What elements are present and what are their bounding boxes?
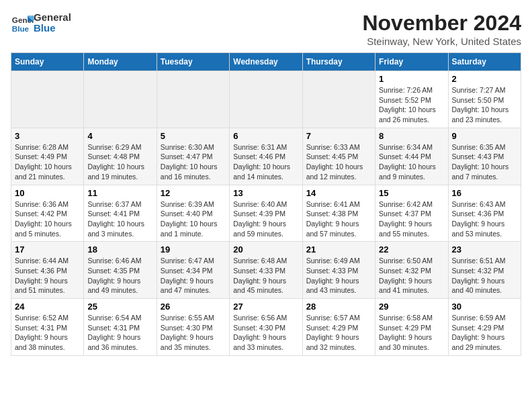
calendar-cell: 1Sunrise: 7:26 AM Sunset: 5:52 PM Daylig… [375,71,448,128]
cell-info: Sunrise: 6:57 AM Sunset: 4:29 PM Dayligh… [306,313,371,353]
date-number: 11 [87,188,152,198]
weekday-header-tuesday: Tuesday [157,53,229,71]
date-number: 10 [15,188,80,198]
cell-info: Sunrise: 7:27 AM Sunset: 5:50 PM Dayligh… [452,85,517,125]
calendar-cell: 13Sunrise: 6:40 AM Sunset: 4:39 PM Dayli… [230,185,302,242]
date-number: 16 [452,188,517,198]
weekday-header-sunday: Sunday [11,53,84,71]
date-number: 14 [306,188,371,198]
date-number: 15 [379,188,444,198]
calendar-cell: 10Sunrise: 6:36 AM Sunset: 4:42 PM Dayli… [11,185,84,242]
calendar-cell: 16Sunrise: 6:43 AM Sunset: 4:36 PM Dayli… [448,185,521,242]
cell-info: Sunrise: 6:36 AM Sunset: 4:42 PM Dayligh… [15,199,80,239]
calendar-cell: 7Sunrise: 6:33 AM Sunset: 4:45 PM Daylig… [302,128,375,185]
cell-info: Sunrise: 6:29 AM Sunset: 4:48 PM Dayligh… [87,142,152,182]
date-number: 29 [379,302,444,312]
calendar-cell: 5Sunrise: 6:30 AM Sunset: 4:47 PM Daylig… [157,128,229,185]
header: General Blue General Blue November 2024 … [11,11,521,47]
calendar-cell: 4Sunrise: 6:29 AM Sunset: 4:48 PM Daylig… [84,128,157,185]
logo-general: General [34,12,71,24]
weekday-header-saturday: Saturday [448,53,521,71]
calendar-cell: 29Sunrise: 6:58 AM Sunset: 4:29 PM Dayli… [375,299,448,356]
logo: General Blue General Blue [11,11,71,35]
calendar-table: SundayMondayTuesdayWednesdayThursdayFrid… [11,52,521,356]
calendar-cell: 12Sunrise: 6:39 AM Sunset: 4:40 PM Dayli… [157,185,229,242]
calendar-cell: 17Sunrise: 6:44 AM Sunset: 4:36 PM Dayli… [11,242,84,299]
calendar-cell [302,71,375,128]
date-number: 30 [452,302,517,312]
cell-info: Sunrise: 6:44 AM Sunset: 4:36 PM Dayligh… [15,256,80,295]
calendar-cell: 22Sunrise: 6:50 AM Sunset: 4:32 PM Dayli… [375,242,448,299]
date-number: 1 [379,74,444,84]
calendar-cell: 11Sunrise: 6:37 AM Sunset: 4:41 PM Dayli… [84,185,157,242]
cell-info: Sunrise: 6:43 AM Sunset: 4:36 PM Dayligh… [452,199,517,239]
calendar-title: November 2024 [362,11,521,36]
date-number: 24 [15,302,80,312]
calendar-cell: 18Sunrise: 6:46 AM Sunset: 4:35 PM Dayli… [84,242,157,299]
cell-info: Sunrise: 6:52 AM Sunset: 4:31 PM Dayligh… [15,313,80,353]
date-number: 3 [15,131,80,141]
calendar-cell: 25Sunrise: 6:54 AM Sunset: 4:31 PM Dayli… [84,299,157,356]
cell-info: Sunrise: 6:48 AM Sunset: 4:33 PM Dayligh… [233,256,298,295]
calendar-cell: 8Sunrise: 6:34 AM Sunset: 4:44 PM Daylig… [375,128,448,185]
cell-info: Sunrise: 6:41 AM Sunset: 4:38 PM Dayligh… [306,199,371,239]
date-number: 21 [306,244,371,255]
date-number: 20 [233,244,298,255]
cell-info: Sunrise: 6:33 AM Sunset: 4:45 PM Dayligh… [306,142,371,182]
cell-info: Sunrise: 6:54 AM Sunset: 4:31 PM Dayligh… [87,313,152,353]
calendar-cell: 14Sunrise: 6:41 AM Sunset: 4:38 PM Dayli… [302,185,375,242]
date-number: 25 [87,302,152,312]
calendar-cell: 30Sunrise: 6:59 AM Sunset: 4:29 PM Dayli… [448,299,521,356]
calendar-cell: 6Sunrise: 6:31 AM Sunset: 4:46 PM Daylig… [230,128,302,185]
cell-info: Sunrise: 6:58 AM Sunset: 4:29 PM Dayligh… [379,313,444,353]
date-number: 23 [452,244,517,255]
calendar-cell: 24Sunrise: 6:52 AM Sunset: 4:31 PM Dayli… [11,299,84,356]
calendar-cell: 3Sunrise: 6:28 AM Sunset: 4:49 PM Daylig… [11,128,84,185]
calendar-cell: 20Sunrise: 6:48 AM Sunset: 4:33 PM Dayli… [230,242,302,299]
cell-info: Sunrise: 6:59 AM Sunset: 4:29 PM Dayligh… [452,313,517,353]
date-number: 6 [233,131,298,141]
date-number: 28 [306,302,371,312]
calendar-cell [230,71,302,128]
cell-info: Sunrise: 7:26 AM Sunset: 5:52 PM Dayligh… [379,85,444,125]
date-number: 26 [161,302,226,312]
date-number: 18 [87,244,152,255]
date-number: 13 [233,188,298,198]
cell-info: Sunrise: 6:56 AM Sunset: 4:30 PM Dayligh… [233,313,298,353]
cell-info: Sunrise: 6:37 AM Sunset: 4:41 PM Dayligh… [87,199,152,239]
cell-info: Sunrise: 6:31 AM Sunset: 4:46 PM Dayligh… [233,142,298,182]
calendar-cell: 28Sunrise: 6:57 AM Sunset: 4:29 PM Dayli… [302,299,375,356]
cell-info: Sunrise: 6:35 AM Sunset: 4:43 PM Dayligh… [452,142,517,182]
calendar-subtitle: Steinway, New York, United States [362,36,521,47]
calendar-cell: 19Sunrise: 6:47 AM Sunset: 4:34 PM Dayli… [157,242,229,299]
date-number: 7 [306,131,371,141]
cell-info: Sunrise: 6:39 AM Sunset: 4:40 PM Dayligh… [161,199,226,239]
calendar-cell: 23Sunrise: 6:51 AM Sunset: 4:32 PM Dayli… [448,242,521,299]
calendar-cell: 9Sunrise: 6:35 AM Sunset: 4:43 PM Daylig… [448,128,521,185]
date-number: 8 [379,131,444,141]
weekday-header-friday: Friday [375,53,448,71]
calendar-cell: 21Sunrise: 6:49 AM Sunset: 4:33 PM Dayli… [302,242,375,299]
cell-info: Sunrise: 6:47 AM Sunset: 4:34 PM Dayligh… [161,256,226,295]
calendar-cell [84,71,157,128]
date-number: 27 [233,302,298,312]
date-number: 4 [87,131,152,141]
date-number: 17 [15,244,80,255]
calendar-cell [11,71,84,128]
cell-info: Sunrise: 6:55 AM Sunset: 4:30 PM Dayligh… [161,313,226,353]
cell-info: Sunrise: 6:51 AM Sunset: 4:32 PM Dayligh… [452,256,517,295]
cell-info: Sunrise: 6:34 AM Sunset: 4:44 PM Dayligh… [379,142,444,182]
date-number: 9 [452,131,517,141]
logo-blue: Blue [34,23,71,34]
cell-info: Sunrise: 6:30 AM Sunset: 4:47 PM Dayligh… [161,142,226,182]
logo-icon: General Blue [11,11,35,35]
weekday-header-thursday: Thursday [302,53,375,71]
cell-info: Sunrise: 6:42 AM Sunset: 4:37 PM Dayligh… [379,199,444,239]
cell-info: Sunrise: 6:49 AM Sunset: 4:33 PM Dayligh… [306,256,371,295]
calendar-cell: 15Sunrise: 6:42 AM Sunset: 4:37 PM Dayli… [375,185,448,242]
cell-info: Sunrise: 6:40 AM Sunset: 4:39 PM Dayligh… [233,199,298,239]
weekday-header-wednesday: Wednesday [230,53,302,71]
cell-info: Sunrise: 6:28 AM Sunset: 4:49 PM Dayligh… [15,142,80,182]
title-block: November 2024 Steinway, New York, United… [362,11,521,47]
calendar-cell: 2Sunrise: 7:27 AM Sunset: 5:50 PM Daylig… [448,71,521,128]
